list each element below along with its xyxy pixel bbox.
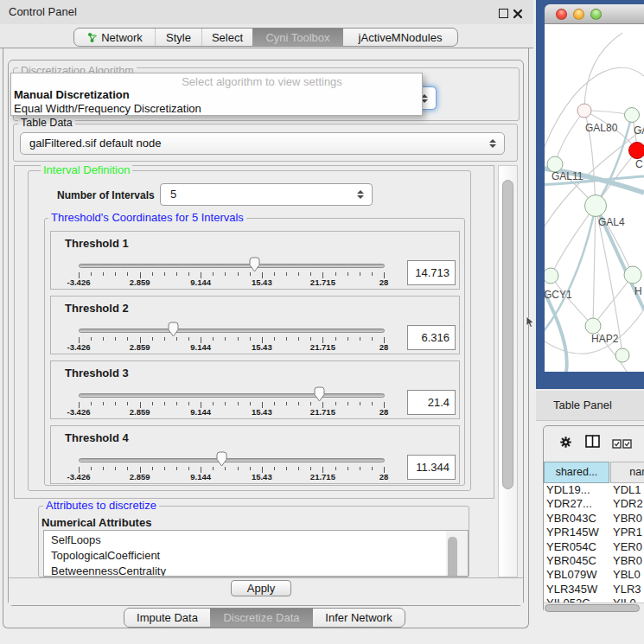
slider-track[interactable] bbox=[79, 264, 385, 268]
tick-label: 28 bbox=[365, 342, 403, 352]
table-cell[interactable]: YER0 bbox=[609, 540, 644, 554]
table-row[interactable]: YLR345WYLR3 bbox=[544, 583, 644, 596]
tab-style[interactable]: Style bbox=[155, 29, 201, 46]
attribute-list-item[interactable]: BetweennessCentrality bbox=[44, 564, 442, 577]
table-cell[interactable]: YPR145W bbox=[544, 526, 609, 539]
table-cell[interactable]: YBL079W bbox=[544, 568, 609, 582]
tick-mark bbox=[164, 337, 165, 341]
tab-network[interactable]: Network bbox=[74, 29, 155, 46]
table-row[interactable]: YBL079WYBL0 bbox=[544, 568, 644, 582]
tab-select[interactable]: Select bbox=[201, 29, 252, 46]
table-cell[interactable]: YDR27... bbox=[544, 497, 609, 511]
node-label: GAL80 bbox=[585, 122, 618, 134]
table-cell[interactable]: YDL1 bbox=[609, 483, 644, 497]
table-cell[interactable]: YBL0 bbox=[609, 568, 644, 582]
spinner-arrows-icon bbox=[357, 189, 364, 200]
number-of-intervals-spinner[interactable]: 5 bbox=[160, 183, 373, 206]
table-cell[interactable]: YBR0 bbox=[609, 554, 644, 568]
horizontal-scrollbar-thumb[interactable] bbox=[545, 604, 640, 612]
minimize-traffic-light[interactable] bbox=[573, 9, 584, 20]
attribute-list-item[interactable]: TopologicalCoefficient bbox=[44, 548, 442, 564]
algorithm-dropdown-popup: Select algorithm to view settings Manual… bbox=[10, 73, 423, 116]
table-row[interactable]: YDL19...YDL1 bbox=[544, 483, 644, 497]
threshold-value-field[interactable]: 21.4 bbox=[407, 390, 456, 415]
table-row[interactable]: YER054CYER0 bbox=[544, 540, 644, 554]
node-label: GAL11 bbox=[552, 170, 583, 182]
number-of-intervals-label: Number of Intervals bbox=[57, 189, 155, 201]
slider-handle[interactable] bbox=[215, 450, 228, 468]
float-window-icon[interactable] bbox=[499, 9, 508, 18]
table-cell[interactable]: YBR0 bbox=[609, 512, 644, 526]
slider-handle[interactable] bbox=[248, 256, 261, 273]
tick-label: 2.859 bbox=[121, 342, 159, 352]
table-cell[interactable]: YBR045C bbox=[544, 554, 609, 568]
table-cell[interactable]: YDL19... bbox=[544, 483, 609, 497]
tick-mark bbox=[127, 337, 128, 341]
popup-option-manual[interactable]: Manual Discretization bbox=[14, 88, 130, 101]
slider-track[interactable] bbox=[79, 393, 385, 398]
control-panel-titlebar: Control Panel bbox=[0, 0, 533, 24]
gear-icon[interactable] bbox=[559, 436, 572, 452]
table-row[interactable]: YPR145WYPR1 bbox=[544, 526, 644, 539]
table-header-shared[interactable]: shared... bbox=[544, 462, 609, 483]
checkbox-icon[interactable] bbox=[622, 437, 632, 452]
close-icon[interactable] bbox=[513, 7, 523, 22]
vertical-scrollbar[interactable] bbox=[498, 165, 518, 577]
checkbox-icon[interactable] bbox=[612, 437, 622, 452]
table-data-combobox[interactable]: galFiltered.sif default node bbox=[20, 132, 505, 155]
threshold-value-field[interactable]: 14.713 bbox=[407, 260, 456, 285]
threshold-label: Threshold 2 bbox=[65, 302, 129, 315]
table-row[interactable]: YBR043CYBR0 bbox=[544, 512, 644, 526]
tick-label: 28 bbox=[365, 407, 403, 417]
split-columns-icon[interactable] bbox=[585, 435, 600, 451]
table-cell[interactable]: YLR345W bbox=[544, 583, 609, 596]
table-cell[interactable]: YDR2 bbox=[609, 497, 644, 511]
vertical-scrollbar-thumb[interactable] bbox=[502, 180, 513, 489]
zoom-traffic-light[interactable] bbox=[590, 9, 602, 20]
threshold-value-field[interactable]: 11.344 bbox=[407, 455, 456, 480]
tick-mark bbox=[176, 467, 177, 470]
attributes-list-scrollbar-thumb[interactable] bbox=[448, 537, 457, 577]
attribute-list-item[interactable]: SelfLoops bbox=[44, 532, 442, 548]
bottom-tab-discretize-data[interactable]: Discretize Data bbox=[210, 609, 313, 627]
table-cell[interactable]: YBR043C bbox=[544, 512, 609, 526]
table-panel-titlebar: Table Panel bbox=[536, 391, 644, 421]
table-cell[interactable]: YIL0 bbox=[609, 596, 644, 603]
table-cell[interactable]: YLR3 bbox=[609, 583, 644, 596]
bottom-tab-impute-data[interactable]: Impute Data bbox=[124, 609, 210, 627]
tick-mark bbox=[91, 337, 92, 341]
table-header-name[interactable]: name bbox=[610, 462, 644, 483]
tick-mark bbox=[213, 272, 214, 276]
tick-mark bbox=[115, 272, 116, 276]
tick-mark bbox=[238, 402, 239, 405]
table-cell[interactable]: YIL052C bbox=[544, 596, 609, 603]
slider-track[interactable] bbox=[79, 328, 385, 333]
tab-cyni-toolbox[interactable]: Cyni Toolbox bbox=[252, 29, 343, 46]
node-label: GCY1 bbox=[545, 289, 572, 301]
close-traffic-light[interactable] bbox=[556, 9, 567, 20]
threshold-value-field[interactable]: 6.316 bbox=[407, 325, 456, 350]
numerical-attributes-list[interactable]: SelfLoopsTopologicalCoefficientBetweenne… bbox=[43, 530, 469, 577]
table-cell[interactable]: YER054C bbox=[544, 540, 609, 554]
apply-button[interactable]: Apply bbox=[231, 580, 291, 596]
tab-label: Impute Data bbox=[137, 611, 198, 624]
network-window-titlebar[interactable] bbox=[545, 4, 644, 24]
popup-option-equal-width[interactable]: Equal Width/Frequency Discretization bbox=[14, 102, 201, 115]
tab-jactivemnodules[interactable]: jActiveMNodules bbox=[343, 29, 457, 46]
node-label: GAL4 bbox=[598, 216, 625, 228]
slider-handle[interactable] bbox=[167, 321, 180, 338]
table-cell[interactable]: YPR1 bbox=[609, 526, 644, 539]
attributes-list-scrollbar[interactable] bbox=[446, 531, 469, 577]
slider-handle[interactable] bbox=[313, 386, 326, 403]
horizontal-scrollbar[interactable] bbox=[544, 603, 644, 613]
table-row[interactable]: YBR045CYBR0 bbox=[544, 554, 644, 568]
tick-label: 9.144 bbox=[182, 472, 220, 481]
threshold-panel-4: Threshold 4-3.4262.8599.14415.4321.71528… bbox=[50, 425, 460, 484]
bottom-tab-infer-network[interactable]: Infer Network bbox=[313, 609, 405, 627]
table-row[interactable]: YDR27...YDR2 bbox=[544, 497, 644, 511]
network-canvas[interactable]: GAL80GACGAL11GAL4GCY1HHAP2 bbox=[545, 24, 644, 372]
slider-track[interactable] bbox=[79, 458, 385, 462]
thresholds-container: Threshold 1-3.4262.8599.14415.4321.71528… bbox=[50, 231, 462, 486]
tick-mark bbox=[250, 337, 251, 341]
table-row[interactable]: YIL052CYIL0 bbox=[544, 596, 644, 603]
